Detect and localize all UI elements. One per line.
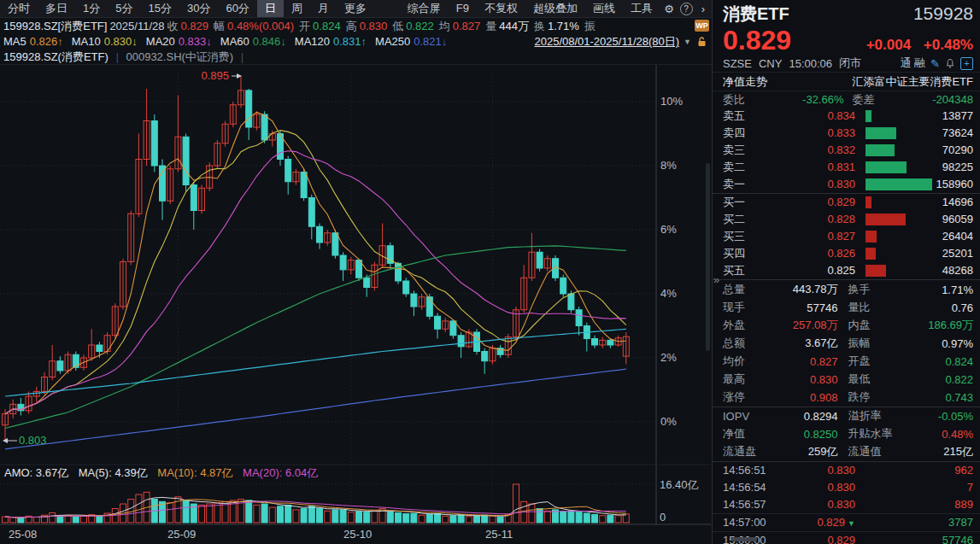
- amo-ma5: MA(5): 4.39亿: [79, 466, 148, 479]
- wp-badge-icon[interactable]: WP: [695, 20, 709, 32]
- chevron-right-icon[interactable]: ›: [695, 3, 712, 15]
- svg-text:2%: 2%: [660, 351, 677, 364]
- svg-text:25-11: 25-11: [485, 528, 513, 541]
- currency-label: CNY: [759, 57, 782, 70]
- period-button-更多[interactable]: 更多: [337, 0, 374, 17]
- nav-row: 净值走势 汇添富中证主要消费ETF: [713, 73, 980, 91]
- tick-row: 14:56:540.8307: [713, 479, 980, 496]
- period-button-5分[interactable]: 5分: [108, 0, 140, 17]
- stat-row: 涨停0.908跌停0.743: [713, 389, 980, 407]
- arrow-down-icon: ▼: [848, 519, 855, 528]
- weibi-value: -32.66%: [745, 91, 844, 108]
- depth-bar: [866, 196, 871, 208]
- svg-text:16.40亿: 16.40亿: [660, 478, 699, 491]
- weibi-label: 委比: [723, 91, 745, 108]
- svg-text:0.895: 0.895: [201, 69, 229, 82]
- quote-field-收: 收0.829: [167, 18, 212, 34]
- horizontal-scrollbar[interactable]: [731, 537, 757, 541]
- margin-tags: 通 融: [900, 56, 925, 71]
- gear-icon[interactable]: ⚙: [660, 3, 678, 15]
- ma-value-MA250: MA2500.821↓: [375, 34, 447, 50]
- secondary-series-label[interactable]: 000932.SH(中证消费): [126, 50, 233, 63]
- period-button-1分[interactable]: 1分: [75, 0, 108, 17]
- stat-row: 流通盘259亿流通值215亿: [713, 443, 980, 461]
- chart-area: 10%8%6%4%2%0%16.40亿025-0825-0925-1025-11…: [0, 64, 712, 544]
- depth-bar: [866, 265, 886, 277]
- toolbar-button-画线[interactable]: 画线: [585, 0, 623, 17]
- weicha-label: 委差: [853, 91, 875, 108]
- order-book-bid-row[interactable]: 买三0.82726404: [713, 228, 980, 245]
- period-button-周[interactable]: 周: [284, 0, 310, 17]
- unlock-icon[interactable]: [697, 37, 707, 47]
- period-button-60分[interactable]: 60分: [218, 0, 256, 17]
- period-button-分时[interactable]: 分时: [0, 0, 38, 17]
- chart-pane: 分时多日1分5分15分30分60分日周月更多 综合屏F9不复权超级叠加画线工具⚙…: [0, 0, 712, 544]
- add-watchlist-icon[interactable]: +: [960, 57, 973, 70]
- change-percent: +0.48%: [924, 37, 973, 53]
- order-book-bid-row[interactable]: 买一0.82914696: [713, 194, 980, 211]
- period-button-15分[interactable]: 15分: [140, 0, 179, 17]
- edit-icon[interactable]: ✎: [930, 57, 940, 70]
- ma-value-MA60: MA600.846↓: [220, 34, 286, 50]
- depth-bar: [866, 248, 876, 260]
- market-status-row: SZSE CNY 15:00:06 闭市 通 融 ✎ +: [713, 56, 980, 73]
- instrument-code: 159928: [913, 3, 973, 24]
- help-icon[interactable]: ?: [678, 2, 695, 15]
- period-button-月[interactable]: 月: [310, 0, 337, 17]
- alert-bell-icon[interactable]: [945, 58, 955, 69]
- svg-text:0%: 0%: [660, 415, 677, 428]
- chevron-down-icon[interactable]: ▼: [684, 34, 691, 50]
- status-icons: 通 融 ✎ +: [900, 56, 973, 71]
- order-book-ask-row[interactable]: 卖三0.83270290: [713, 142, 980, 159]
- svg-text:4%: 4%: [660, 287, 677, 300]
- order-book-bid-row[interactable]: 买二0.82896059: [713, 211, 980, 228]
- period-buttons: 分时多日1分5分15分30分60分日周月更多: [0, 0, 374, 17]
- toolbar-button-不复权[interactable]: 不复权: [477, 0, 525, 17]
- quote-info-row: 159928.SZ[消费ETF] 2025/11/28 收0.829幅0.48%…: [0, 18, 712, 34]
- toolbar-button-F9[interactable]: F9: [449, 0, 477, 17]
- amo-ma10: MA(10): 4.87亿: [157, 466, 232, 479]
- date-range-selector[interactable]: 2025/08/01-2025/11/28(80日): [534, 34, 679, 50]
- toolbar-button-超级叠加[interactable]: 超级叠加: [525, 0, 585, 17]
- period-button-多日[interactable]: 多日: [38, 0, 75, 17]
- legend-separator: |: [115, 50, 118, 63]
- ma-value-MA5: MA50.826↑: [3, 34, 63, 50]
- quote-field-开: 开0.824: [299, 18, 343, 34]
- order-book-ask-row[interactable]: 卖一0.830158960: [713, 176, 980, 193]
- depth-bar: [866, 144, 895, 156]
- toolbar-button-综合屏[interactable]: 综合屏: [400, 0, 449, 17]
- nav-trend-link[interactable]: 净值走势: [723, 73, 767, 91]
- order-book-bid-row[interactable]: 买四0.82625201: [713, 245, 980, 262]
- order-book-ask-row[interactable]: 卖四0.83373624: [713, 125, 980, 142]
- stat-row: 现手57746量比0.76: [713, 299, 980, 317]
- quote-field-低: 低0.822: [392, 18, 437, 34]
- svg-text:25-10: 25-10: [343, 528, 372, 541]
- svg-text:25-09: 25-09: [167, 528, 196, 541]
- series-legend: 159928.SZ(消费ETF) | 000932.SH(中证消费) |: [0, 50, 712, 64]
- stat-row: 净值0.8250升贴水率0.48%: [713, 425, 980, 443]
- tick-row: 14:56:570.830889: [713, 496, 980, 513]
- order-book: 卖五0.83413877卖四0.83373624卖三0.83270290卖二0.…: [713, 108, 980, 280]
- quote-fields: 收0.829幅0.48%(0.004)开0.824高0.830低0.822均0.…: [167, 18, 603, 34]
- stat-row: 最高0.830最低0.822: [713, 371, 980, 389]
- ma-value-MA10: MA100.830↓: [72, 34, 138, 50]
- weicha-value: -204348: [875, 91, 974, 108]
- order-book-ask-row[interactable]: 卖二0.83198225: [713, 159, 980, 176]
- order-book-bid-row[interactable]: 买五0.82548268: [713, 262, 980, 279]
- depth-bar: [866, 231, 877, 243]
- toolbar-button-工具[interactable]: 工具: [623, 0, 660, 17]
- primary-series-label[interactable]: 159928.SZ(消费ETF): [3, 50, 109, 63]
- date-label: 2025/11/28: [109, 18, 164, 34]
- time-sales-list: 14:56:510.83096214:56:540.830714:56:570.…: [713, 462, 980, 544]
- period-button-30分[interactable]: 30分: [179, 0, 218, 17]
- trading-terminal: 分时多日1分5分15分30分60分日周月更多 综合屏F9不复权超级叠加画线工具⚙…: [0, 0, 980, 544]
- stat-row: 均价0.827开盘0.824: [713, 353, 980, 371]
- panel-expander-icon[interactable]: »: [713, 273, 719, 286]
- quote-field-均: 均0.827: [439, 18, 484, 34]
- period-button-日[interactable]: 日: [257, 0, 284, 17]
- order-book-ask-row[interactable]: 卖五0.83413877: [713, 108, 980, 125]
- svg-text:0.803: 0.803: [19, 434, 47, 447]
- stat-row: IOPV0.8294溢折率-0.05%: [713, 407, 980, 425]
- stats-grid: 总量443.78万换手1.71%现手57746量比0.76外盘257.08万内盘…: [713, 280, 980, 462]
- change-value: +0.004: [866, 37, 911, 53]
